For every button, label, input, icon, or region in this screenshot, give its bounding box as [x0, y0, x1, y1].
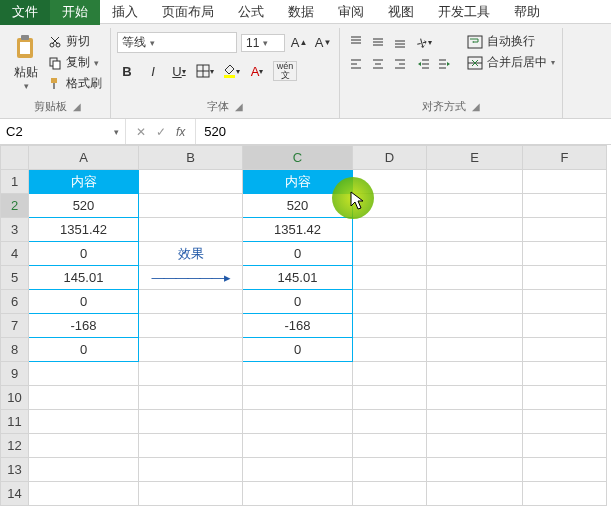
cell[interactable] — [523, 266, 607, 290]
cell[interactable] — [139, 218, 243, 242]
cell[interactable] — [523, 482, 607, 506]
tab-review[interactable]: 审阅 — [326, 0, 376, 25]
cell[interactable] — [427, 458, 523, 482]
cell[interactable] — [427, 386, 523, 410]
cell[interactable]: 0 — [243, 242, 353, 266]
row-header[interactable]: 6 — [1, 290, 29, 314]
cell[interactable] — [139, 362, 243, 386]
cell[interactable] — [523, 338, 607, 362]
cell[interactable] — [353, 482, 427, 506]
copy-button[interactable]: 复制▾ — [46, 53, 104, 72]
cell[interactable] — [353, 242, 427, 266]
cell[interactable] — [353, 386, 427, 410]
cell[interactable] — [427, 170, 523, 194]
cell[interactable] — [523, 314, 607, 338]
cell[interactable] — [523, 242, 607, 266]
underline-button[interactable]: U▾ — [169, 61, 189, 81]
cell[interactable]: 1351.42 — [29, 218, 139, 242]
cell-arrow[interactable]: ――――――▸ — [139, 266, 243, 290]
wrap-text-button[interactable]: 自动换行 — [466, 32, 556, 51]
align-middle-button[interactable] — [368, 32, 388, 52]
tell-me-icon[interactable] — [556, 1, 578, 23]
tab-formula[interactable]: 公式 — [226, 0, 276, 25]
cell[interactable] — [139, 458, 243, 482]
cut-button[interactable]: 剪切 — [46, 32, 104, 51]
cell[interactable] — [243, 410, 353, 434]
worksheet[interactable]: A B C D E F 1内容内容 2520520 31351.421351.4… — [0, 145, 611, 506]
row-header[interactable]: 2 — [1, 194, 29, 218]
cell[interactable] — [243, 458, 353, 482]
cell[interactable] — [29, 434, 139, 458]
select-all-corner[interactable] — [1, 146, 29, 170]
cell[interactable]: -168 — [243, 314, 353, 338]
font-name-select[interactable]: 等线▾ — [117, 32, 237, 53]
phonetic-button[interactable]: wén文 — [273, 61, 297, 81]
cell[interactable] — [353, 194, 427, 218]
tab-layout[interactable]: 页面布局 — [150, 0, 226, 25]
row-header[interactable]: 1 — [1, 170, 29, 194]
tab-home[interactable]: 开始 — [50, 0, 100, 25]
cell[interactable] — [427, 434, 523, 458]
cell[interactable]: 145.01 — [29, 266, 139, 290]
col-header-D[interactable]: D — [353, 146, 427, 170]
cell[interactable] — [353, 170, 427, 194]
indent-inc-button[interactable] — [434, 54, 454, 74]
cell[interactable] — [523, 170, 607, 194]
tab-data[interactable]: 数据 — [276, 0, 326, 25]
cell[interactable]: 内容 — [243, 170, 353, 194]
cell[interactable]: 0 — [243, 290, 353, 314]
col-header-E[interactable]: E — [427, 146, 523, 170]
align-top-button[interactable] — [346, 32, 366, 52]
increase-font-button[interactable]: A▲ — [289, 33, 309, 53]
cell[interactable] — [29, 386, 139, 410]
row-header[interactable]: 12 — [1, 434, 29, 458]
cell[interactable]: 效果 — [139, 242, 243, 266]
row-header[interactable]: 3 — [1, 218, 29, 242]
row-header[interactable]: 9 — [1, 362, 29, 386]
col-header-C[interactable]: C — [243, 146, 353, 170]
cell[interactable]: 1351.42 — [243, 218, 353, 242]
cell[interactable]: 520 — [29, 194, 139, 218]
cell[interactable] — [139, 434, 243, 458]
font-size-select[interactable]: 11▾ — [241, 34, 285, 52]
tab-file[interactable]: 文件 — [0, 0, 50, 25]
cell[interactable] — [427, 314, 523, 338]
indent-dec-button[interactable] — [414, 54, 434, 74]
cell[interactable] — [523, 290, 607, 314]
align-left-button[interactable] — [346, 54, 366, 74]
cell[interactable] — [29, 362, 139, 386]
cell[interactable] — [139, 194, 243, 218]
cell[interactable] — [139, 170, 243, 194]
formula-input[interactable] — [196, 119, 611, 144]
cell[interactable] — [353, 434, 427, 458]
cell[interactable] — [243, 362, 353, 386]
cell[interactable]: 0 — [29, 290, 139, 314]
row-header[interactable]: 14 — [1, 482, 29, 506]
cell[interactable] — [523, 218, 607, 242]
row-header[interactable]: 5 — [1, 266, 29, 290]
cell[interactable] — [139, 482, 243, 506]
cell[interactable] — [427, 218, 523, 242]
cell[interactable] — [523, 194, 607, 218]
painter-button[interactable]: 格式刷 — [46, 74, 104, 93]
align-center-button[interactable] — [368, 54, 388, 74]
name-box[interactable] — [0, 119, 108, 144]
name-box-arrow[interactable]: ▾ — [108, 127, 125, 137]
cell[interactable] — [29, 458, 139, 482]
cell[interactable] — [353, 362, 427, 386]
cancel-formula-button[interactable]: ✕ — [136, 125, 146, 139]
row-header[interactable]: 13 — [1, 458, 29, 482]
cell[interactable] — [353, 458, 427, 482]
col-header-A[interactable]: A — [29, 146, 139, 170]
cell[interactable] — [139, 338, 243, 362]
cell[interactable] — [427, 362, 523, 386]
cell[interactable] — [139, 290, 243, 314]
row-header[interactable]: 10 — [1, 386, 29, 410]
row-header[interactable]: 4 — [1, 242, 29, 266]
cell[interactable]: 0 — [29, 242, 139, 266]
cell[interactable]: 145.01 — [243, 266, 353, 290]
fill-color-button[interactable]: ▾ — [221, 61, 241, 81]
cell[interactable] — [243, 386, 353, 410]
font-launcher[interactable]: ◢ — [235, 101, 243, 112]
font-color-button[interactable]: A▾ — [247, 61, 267, 81]
